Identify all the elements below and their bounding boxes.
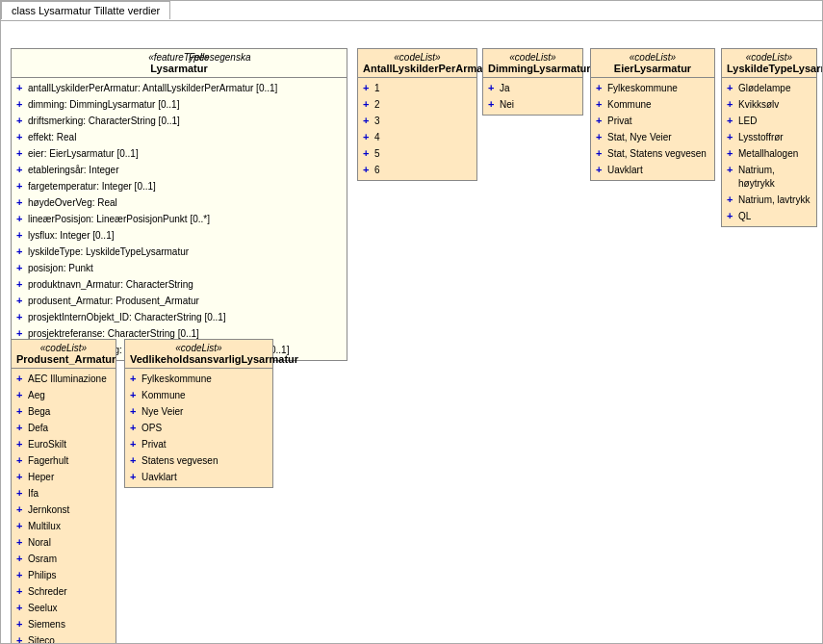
antall-item-6: +6 <box>363 162 472 178</box>
lyskildetype-item-8: +QL <box>727 208 811 224</box>
attr-eier: + eier: EierLysarmatur [0..1] <box>16 145 342 162</box>
eier-header: «codeList» EierLysarmatur <box>591 49 714 78</box>
lyskildetype-item-2: +Kvikksølv <box>727 96 811 113</box>
dimming-body: +Ja +Nei <box>483 78 582 115</box>
produsent-stereotype: «codeList» <box>16 343 111 353</box>
eier-box: «codeList» EierLysarmatur +Fylkeskommune… <box>590 48 715 181</box>
lyskildetype-box: «codeList» LyskildeTypeLysarmatur +Gløde… <box>721 48 817 227</box>
attr-etableringsaar: + etableringsår: Integer <box>16 162 342 178</box>
lyskildetype-item-4: +Lysstoffrør <box>727 129 811 145</box>
attr-lyskildetype: + lyskildeType: LyskildeTypeLysarmatur <box>16 244 342 260</box>
eier-body: +Fylkeskommune +Kommune +Privat +Stat, N… <box>591 78 714 180</box>
produsent-item-2: +Aeg <box>16 387 111 403</box>
lyskildetype-item-3: +LED <box>727 113 811 129</box>
eier-item-2: +Kommune <box>596 96 709 113</box>
dimming-classname: DimmingLysarmatur <box>488 63 591 74</box>
eier-item-6: +Uavklart <box>596 162 709 178</box>
dimming-stereotype: «codeList» <box>488 52 578 63</box>
attr-dimming: + dimming: DimmingLysarmatur [0..1] <box>16 96 342 113</box>
produsent-item-8: +Ifa <box>16 485 111 502</box>
produsent-classname: Produsent_Armatur <box>16 353 116 365</box>
attr-driftsmerking: + driftsmerking: CharacterString [0..1] <box>16 113 342 129</box>
lyskildetype-stereotype: «codeList» <box>727 52 811 63</box>
eier-item-1: +Fylkeskommune <box>596 80 709 96</box>
lyskildetype-classname: LyskildeTypeLysarmatur <box>727 63 822 74</box>
produsent-item-13: +Philips <box>16 567 111 583</box>
produsent-item-5: +EuroSkilt <box>16 436 111 452</box>
attr-produsent: + produsent_Armatur: Produsent_Armatur <box>16 293 342 309</box>
produsent-item-7: +Heper <box>16 469 111 485</box>
lyskildetype-header: «codeList» LyskildeTypeLysarmatur <box>722 49 816 78</box>
dimming-header: «codeList» DimmingLysarmatur <box>483 49 582 78</box>
lyskildetype-item-5: +Metallhalogen <box>727 145 811 162</box>
lysarmatur-class-box: «featureType» Lysarmatur + antallLyskild… <box>11 48 347 361</box>
eier-item-4: +Stat, Nye Veier <box>596 129 709 145</box>
eier-stereotype: «codeList» <box>596 52 709 63</box>
vedlikehold-item-6: +Statens vegvesen <box>130 452 268 469</box>
vedlikehold-item-4: +OPS <box>130 420 268 436</box>
dimming-item-1: +Ja <box>488 80 578 96</box>
vedlikehold-item-3: +Nye Veier <box>130 403 268 420</box>
produsent-item-3: +Bega <box>16 403 111 420</box>
antall-item-3: +3 <box>363 113 472 129</box>
produsent-item-6: +Fagerhult <box>16 452 111 469</box>
lyskildetype-item-1: +Glødelampe <box>727 80 811 96</box>
vedlikehold-box: «codeList» VedlikeholdsansvarligLysarmat… <box>124 339 273 488</box>
lysarmatur-classname: Lysarmatur <box>150 63 208 74</box>
vedlikehold-item-1: +Fylkeskommune <box>130 371 268 387</box>
produsent-item-16: +Siemens <box>16 616 111 632</box>
lysarmatur-body: + antallLyskilderPerArmatur: AntallLyski… <box>12 78 347 360</box>
vedlikehold-stereotype: «codeList» <box>130 343 268 353</box>
attr-hoydeoverveg: + høydeOverVeg: Real <box>16 194 342 211</box>
lyskildetype-item-6: +Natrium, høytrykk <box>727 162 811 192</box>
attr-effekt: + effekt: Real <box>16 129 342 145</box>
produsent-item-9: +Jernkonst <box>16 502 111 518</box>
produsent-header: «codeList» Produsent_Armatur <box>12 340 116 369</box>
diagram-tab[interactable]: class Lysarmatur Tillatte verdier <box>1 1 170 19</box>
produsent-item-4: +Defa <box>16 420 111 436</box>
lysarmatur-header: «featureType» Lysarmatur <box>12 49 347 78</box>
produsent-item-12: +Osram <box>16 551 111 567</box>
produsent-item-1: +AEC Illuminazione <box>16 371 111 387</box>
diagram-container: class Lysarmatur Tillatte verdier Felles… <box>0 0 823 644</box>
antall-box: «codeList» AntallLyskilderPerArmatur +1 … <box>357 48 477 181</box>
produsent-item-15: +Seelux <box>16 600 111 616</box>
produsent-item-17: +Siteco <box>16 632 111 643</box>
vedlikehold-item-5: +Privat <box>130 436 268 452</box>
antall-stereotype: «codeList» <box>363 52 472 63</box>
attr-prosjektintern: + prosjektInternObjekt_ID: CharacterStri… <box>16 309 342 325</box>
lyskildetype-item-7: +Natrium, lavtrykk <box>727 192 811 208</box>
attr-fargetemperatur: + fargetemperatur: Integer [0..1] <box>16 178 342 194</box>
vedlikehold-item-2: +Kommune <box>130 387 268 403</box>
produsent-body: +AEC Illuminazione +Aeg +Bega +Defa +Eur… <box>12 369 116 643</box>
produsent-item-14: +Schreder <box>16 583 111 600</box>
attr-posisjon: + posisjon: Punkt <box>16 260 342 276</box>
eier-classname: EierLysarmatur <box>614 63 691 74</box>
attr-lysflux: + lysflux: Integer [0..1] <box>16 227 342 244</box>
antall-item-2: +2 <box>363 96 472 113</box>
vedlikehold-body: +Fylkeskommune +Kommune +Nye Veier +OPS … <box>125 369 272 487</box>
antall-item-5: +5 <box>363 145 472 162</box>
antall-item-1: +1 <box>363 80 472 96</box>
lysarmatur-stereotype: «featureType» <box>16 52 342 63</box>
antall-item-4: +4 <box>363 129 472 145</box>
dimming-box: «codeList» DimmingLysarmatur +Ja +Nei <box>482 48 583 116</box>
eier-item-5: +Stat, Statens vegvesen <box>596 145 709 162</box>
produsent-item-11: +Noral <box>16 534 111 551</box>
attr-produktnavn: + produktnavn_Armatur: CharacterString <box>16 276 342 293</box>
antall-classname: AntallLyskilderPerArmatur <box>363 63 497 74</box>
produsent-item-10: +Multilux <box>16 518 111 534</box>
antall-body: +1 +2 +3 +4 +5 +6 <box>358 78 476 180</box>
produsent-box: «codeList» Produsent_Armatur +AEC Illumi… <box>11 339 116 643</box>
lyskildetype-body: +Glødelampe +Kvikksølv +LED +Lysstoffrør… <box>722 78 816 226</box>
eier-item-3: +Privat <box>596 113 709 129</box>
vedlikehold-item-7: +Uavklart <box>130 469 268 485</box>
vedlikehold-classname: VedlikeholdsansvarligLysarmatur <box>130 353 298 365</box>
attr-linjaerposisjon: + lineærPosisjon: LineærPosisjonPunkt [0… <box>16 211 342 227</box>
antall-header: «codeList» AntallLyskilderPerArmatur <box>358 49 476 78</box>
fellesegenska-label: Fellesegenska <box>189 52 250 63</box>
vedlikehold-header: «codeList» VedlikeholdsansvarligLysarmat… <box>125 340 272 369</box>
dimming-item-2: +Nei <box>488 96 578 113</box>
attr-antall: + antallLyskilderPerArmatur: AntallLyski… <box>16 80 342 96</box>
diagram-area: Fellesegenska «featureType» Lysarmatur +… <box>1 20 822 643</box>
